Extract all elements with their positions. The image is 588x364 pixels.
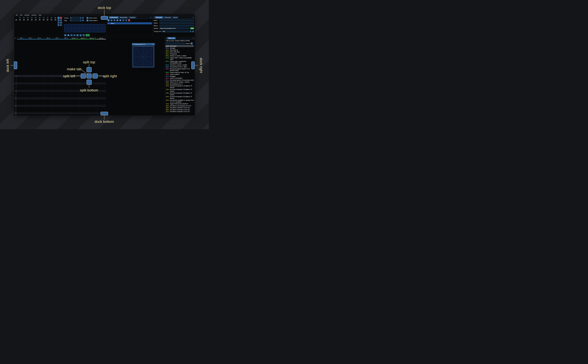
- order-cell[interactable]: 00: [34, 19, 38, 21]
- oscilloscope-titlebar[interactable]: ▼ Oscilloscope (X-Y) ×: [132, 43, 155, 46]
- order-cell[interactable]: 00: [38, 19, 42, 21]
- pattern-cell[interactable]: ... .. .. ....: [44, 109, 53, 110]
- pattern-cell[interactable]: ... .. .. ....: [44, 107, 53, 108]
- pattern-cell[interactable]: ... .. .. ....: [26, 89, 35, 90]
- close-icon[interactable]: ×: [149, 16, 152, 19]
- pattern-cell[interactable]: ... .. .. ....: [26, 77, 35, 78]
- pattern-cell[interactable]: ... .. .. ....: [97, 105, 106, 106]
- song-info-tab[interactable]: Subsongs: [163, 16, 172, 19]
- pattern-cell[interactable]: ... .. .. ....: [53, 83, 61, 84]
- pattern-cell[interactable]: ... .. .. ....: [35, 102, 44, 103]
- pattern-cell[interactable]: ... .. .. ....: [61, 96, 70, 97]
- pattern-cell[interactable]: ... .. .. ....: [97, 94, 106, 95]
- pattern-cell[interactable]: ... .. .. ....: [88, 109, 97, 110]
- duplicate-instrument-button[interactable]: ⧉: [111, 19, 112, 21]
- song-info-tab[interactable]: Song Info: [155, 16, 163, 19]
- pattern-cell[interactable]: ... .. .. ....: [61, 115, 70, 116]
- pattern-cell[interactable]: ... .. .. ....: [79, 96, 88, 97]
- pattern-cell[interactable]: ... .. .. ....: [35, 111, 44, 112]
- pattern-row-21[interactable]: 21... .. .. ....... .. .. ....... .. .. …: [14, 114, 106, 116]
- pattern-row-17[interactable]: 17... .. .. ....... .. .. ....... .. .. …: [14, 107, 106, 109]
- pattern-cell[interactable]: ... .. .. ....: [53, 98, 61, 99]
- pattern-cell[interactable]: ... .. .. ....: [53, 85, 61, 86]
- pattern-cell[interactable]: ... .. .. ....: [53, 103, 61, 104]
- close-icon[interactable]: ×: [192, 16, 195, 19]
- order-cell[interactable]: 00: [46, 19, 50, 21]
- tuning-input[interactable]: [162, 31, 189, 32]
- song-name-input[interactable]: [159, 20, 194, 21]
- pattern-cell[interactable]: ... .. .. ....: [35, 115, 44, 116]
- pattern-cell[interactable]: ... .. .. ....: [70, 89, 79, 90]
- order-edit-mode-button[interactable]: ↖: [60, 24, 62, 26]
- pattern-cell[interactable]: ... .. .. ....: [44, 96, 53, 97]
- pattern-cell[interactable]: ... .. .. ....: [70, 92, 79, 93]
- dock-target-bottom[interactable]: [100, 112, 108, 115]
- pattern-cell[interactable]: ... .. .. ....: [70, 105, 79, 106]
- pattern-cell[interactable]: ... .. .. ....: [61, 94, 70, 95]
- pattern-cell[interactable]: ... .. .. ....: [88, 103, 97, 104]
- pattern-cell[interactable]: ... .. .. ....: [88, 96, 97, 97]
- pattern-cell[interactable]: ... .. .. ....: [53, 87, 61, 88]
- pattern-cell[interactable]: ... .. .. ....: [44, 111, 53, 112]
- pattern-cell[interactable]: ... .. .. ....: [26, 83, 35, 84]
- pattern-row-11[interactable]: 11... .. .. ....... .. .. ....... .. .. …: [14, 96, 106, 98]
- pattern-cell[interactable]: ... .. .. ....: [79, 115, 88, 116]
- tab-list-icon[interactable]: ▼: [153, 16, 155, 19]
- pattern-cell[interactable]: ... .. .. ....: [61, 92, 70, 93]
- pattern-cell[interactable]: ... .. .. ....: [61, 85, 70, 86]
- channel-header[interactable]: Noise: [97, 37, 106, 39]
- pattern-cell[interactable]: ... .. .. ....: [70, 111, 79, 112]
- dock-target-right[interactable]: [191, 61, 195, 69]
- pattern-cell[interactable]: ... .. .. ....: [44, 102, 53, 103]
- pattern-row-3[interactable]: 3... .. .. ....... .. .. ....... .. .. .…: [14, 81, 106, 83]
- pattern-cell[interactable]: ... .. .. ....: [70, 90, 79, 91]
- pattern-cell[interactable]: ... .. .. ....: [97, 79, 106, 80]
- pattern-cell[interactable]: ... .. .. ....: [70, 94, 79, 95]
- pattern-cell[interactable]: ... .. .. ....: [35, 81, 44, 82]
- pattern-cell[interactable]: ... .. .. ....: [70, 100, 79, 101]
- follow-orders-checkbox[interactable]: ✓: [86, 17, 88, 19]
- pattern-cell[interactable]: ... .. .. ....: [97, 96, 106, 97]
- channel-header[interactable]: FM 1: [17, 37, 26, 39]
- pattern-cell[interactable]: ... .. .. ....: [61, 100, 70, 101]
- pattern-cell[interactable]: ... .. .. ....: [70, 107, 79, 108]
- order-cell[interactable]: 00: [18, 19, 22, 21]
- pattern-cell[interactable]: ... .. .. ....: [70, 87, 79, 88]
- pattern-cell[interactable]: ... .. .. ....: [79, 103, 88, 104]
- pattern-row-6[interactable]: 6... .. .. ....... .. .. ....... .. .. .…: [14, 86, 106, 88]
- pattern-cell[interactable]: ... .. .. ....: [35, 98, 44, 99]
- pattern-cell[interactable]: ... .. .. ....: [53, 102, 61, 103]
- channel-header[interactable]: Square 3: [88, 37, 97, 39]
- pattern-cell[interactable]: ... .. .. ....: [44, 77, 53, 78]
- pattern-cell[interactable]: ... .. .. ....: [61, 103, 70, 104]
- pattern-cell[interactable]: ... .. .. ....: [35, 103, 44, 104]
- pattern-cell[interactable]: ... .. .. ....: [53, 92, 61, 93]
- pattern-cell[interactable]: ... .. .. ....: [70, 81, 79, 82]
- song-author-input[interactable]: [159, 22, 194, 24]
- pattern-cell[interactable]: ... .. .. ....: [44, 98, 53, 99]
- pattern-cell[interactable]: ... .. .. ....: [53, 115, 61, 116]
- pattern-cell[interactable]: ... .. .. ....: [26, 85, 35, 86]
- pattern-cell[interactable]: ... .. .. ....: [35, 89, 44, 90]
- pattern-cell[interactable]: ... .. .. ....: [35, 105, 44, 106]
- split-target-right[interactable]: [92, 73, 98, 78]
- pattern-row-15[interactable]: 15... .. .. ....... .. .. ....... .. .. …: [14, 103, 106, 105]
- pattern-cell[interactable]: ... .. .. ....: [53, 113, 61, 114]
- add-order-button[interactable]: +: [58, 17, 59, 19]
- step-increase-button[interactable]: +: [82, 20, 84, 21]
- pattern-cell[interactable]: ... .. .. ....: [88, 111, 97, 112]
- system-input[interactable]: [159, 27, 190, 29]
- pattern-cell[interactable]: ... .. .. ....: [26, 107, 35, 108]
- pattern-cell[interactable]: ... .. .. ....: [26, 79, 35, 80]
- collapse-icon[interactable]: ▼: [132, 44, 134, 45]
- pattern-cell[interactable]: ... .. .. ....: [97, 98, 106, 99]
- pattern-cell[interactable]: ... .. .. ....: [79, 98, 88, 99]
- pattern-cell[interactable]: ... .. .. ....: [79, 102, 88, 103]
- step-input[interactable]: [70, 20, 79, 21]
- pattern-cell[interactable]: ... .. .. ....: [44, 103, 53, 104]
- save-instrument-button[interactable]: ▣: [116, 19, 118, 21]
- pattern-cell[interactable]: ... .. .. ....: [26, 111, 35, 112]
- remove-order-button[interactable]: −: [60, 17, 62, 19]
- order-cell[interactable]: 00: [26, 19, 30, 21]
- effect-list-menu-button[interactable]: ≡: [191, 42, 193, 45]
